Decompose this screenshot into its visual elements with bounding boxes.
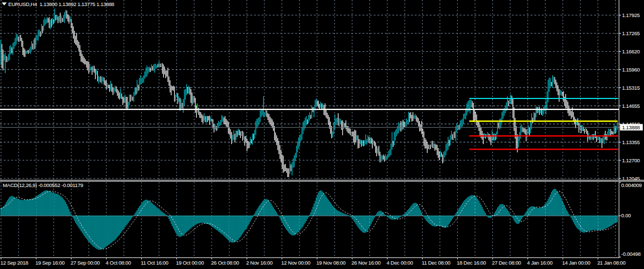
svg-text:1.16620: 1.16620 <box>622 48 640 54</box>
svg-text:1.13355: 1.13355 <box>622 139 640 145</box>
svg-text:1.15960: 1.15960 <box>622 67 640 73</box>
svg-text:12 Sep 2018: 12 Sep 2018 <box>1 260 29 266</box>
svg-text:2 Nov 16:00: 2 Nov 16:00 <box>246 260 273 266</box>
svg-text:18 Dec 16:00: 18 Dec 16:00 <box>457 260 486 266</box>
svg-text:27 Sep 00:00: 27 Sep 00:00 <box>71 260 100 266</box>
svg-text:19 Sep 16:00: 19 Sep 16:00 <box>36 260 65 266</box>
svg-text:26 Nov 16:00: 26 Nov 16:00 <box>352 260 381 266</box>
svg-text:1.12045: 1.12045 <box>622 175 640 182</box>
svg-text:0.00: 0.00 <box>621 212 631 218</box>
svg-text:-0.00498: -0.00498 <box>621 251 641 257</box>
svg-text:4 Dec 00:00: 4 Dec 00:00 <box>387 260 413 266</box>
svg-text:4 Oct 08:00: 4 Oct 08:00 <box>106 260 131 266</box>
svg-text:1.17925: 1.17925 <box>622 12 640 18</box>
svg-text:MACD(12,26,9) -0.000552 -0.001: MACD(12,26,9) -0.000552 -0.001179 <box>3 182 83 188</box>
svg-text:1.17265: 1.17265 <box>622 30 640 36</box>
svg-text:11 Dec 08:00: 11 Dec 08:00 <box>421 260 450 266</box>
svg-text:0.004009: 0.004009 <box>621 182 642 188</box>
svg-text:19 Nov 08:00: 19 Nov 08:00 <box>317 260 346 266</box>
svg-text:1.12700: 1.12700 <box>622 157 640 163</box>
svg-text:1.13888: 1.13888 <box>622 124 640 130</box>
svg-text:21 Jan 08:00: 21 Jan 08:00 <box>597 260 625 266</box>
svg-text:1.14655: 1.14655 <box>622 103 640 109</box>
svg-text:1.15315: 1.15315 <box>622 85 640 91</box>
svg-text:12 Nov 00:00: 12 Nov 00:00 <box>281 260 310 266</box>
svg-text:11 Oct 16:00: 11 Oct 16:00 <box>141 260 168 266</box>
svg-text:14 Jan 00:00: 14 Jan 00:00 <box>562 260 590 266</box>
svg-text:19 Oct 00:00: 19 Oct 00:00 <box>176 260 204 266</box>
svg-text:26 Oct 08:00: 26 Oct 08:00 <box>211 260 239 266</box>
svg-text:4 Jan 16:00: 4 Jan 16:00 <box>527 260 552 266</box>
svg-text:EURUSD,H4 1.13800 1.13892 1.1: EURUSD,H4 1.13800 1.13892 1.13775 1.1388… <box>8 1 114 7</box>
svg-text:27 Dec 08:00: 27 Dec 08:00 <box>492 260 521 266</box>
